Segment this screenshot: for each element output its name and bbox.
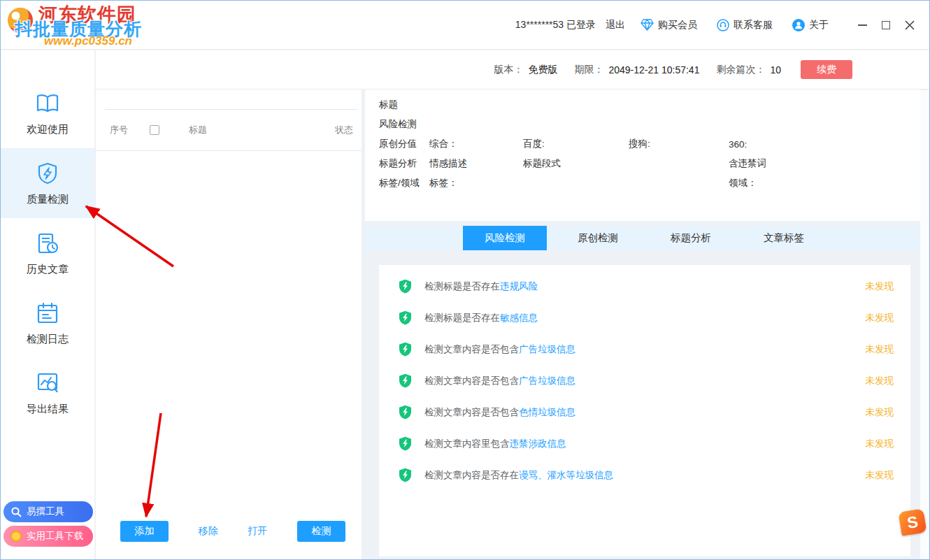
tag-field: 标签： [429, 177, 523, 189]
shield-check-icon [399, 405, 412, 419]
sidebar-item-logs[interactable]: 检测日志 [1, 288, 94, 358]
remove-button[interactable]: 移除 [199, 525, 218, 538]
utility-download-button[interactable]: 实用工具下载 [3, 526, 93, 547]
detect-button[interactable]: 检测 [297, 521, 345, 542]
sidebar-label-welcome: 欢迎使用 [27, 123, 69, 136]
doc-clock-icon [34, 230, 61, 257]
maximize-icon [882, 21, 890, 29]
domain-field: 领域： [729, 177, 921, 189]
sidebar-item-history[interactable]: 历史文章 [1, 218, 94, 288]
add-button[interactable]: 添加 [120, 521, 169, 542]
originality-score-row: 原创分值 综合： 百度: 搜狗: 360: [379, 134, 921, 154]
calendar-icon [34, 300, 61, 326]
remaining-value: 10 [770, 64, 781, 76]
tab-title-analysis[interactable]: 标题分析 [649, 226, 733, 250]
shield-check-icon [399, 342, 412, 357]
article-summary: 标题 风险检测 原创分值 综合： 百度: 搜狗: 360: 标题分析 情感描述 … [365, 89, 921, 221]
check-item: 检测文章内容是否存在谩骂、灌水等垃圾信息 未发现 [379, 459, 910, 491]
check-text: 检测文章内容里包含违禁涉政信息 [424, 438, 566, 450]
select-all-checkbox[interactable] [150, 125, 159, 135]
check-keyword[interactable]: 违禁涉政信息 [510, 438, 566, 449]
analysis-pattern: 标题段式 [523, 157, 629, 170]
check-item: 检测文章内容是否包含广告垃圾信息 未发现 [379, 365, 910, 396]
score-baidu: 百度: [523, 138, 629, 150]
table-header: 序号 标题 状态 [96, 110, 362, 151]
column-title: 标题 [189, 124, 207, 136]
chart-export-icon [34, 370, 61, 396]
check-status: 未发现 [866, 343, 894, 356]
list-actions: 添加 移除 打开 检测 [96, 521, 362, 542]
tab-article-tags[interactable]: 文章标签 [742, 226, 826, 250]
check-status: 未发现 [866, 438, 894, 450]
sidebar: 欢迎使用 质量检测 历史文章 [1, 50, 95, 559]
check-text: 检测标题是否存在违规风险 [424, 280, 538, 293]
maximize-button[interactable] [876, 15, 896, 35]
score-360: 360: [729, 139, 921, 150]
shield-check-icon [399, 436, 412, 451]
remaining-label: 剩余篇次： [716, 64, 765, 76]
check-status: 未发现 [866, 375, 894, 387]
content-area: 序号 标题 状态 添加 移除 打开 检测 标题 风险检测 [96, 89, 929, 559]
account-status: 13*******53 已登录 [515, 19, 596, 31]
check-status: 未发现 [866, 280, 894, 293]
check-item: 检测文章内容是否包含广告垃圾信息 未发现 [379, 333, 910, 365]
article-list-panel: 序号 标题 状态 添加 移除 打开 检测 [96, 89, 362, 559]
risk-check-list: 检测标题是否存在违规风险 未发现 检测标题是否存在敏感信息 未发现 [379, 265, 910, 557]
tab-originality-check[interactable]: 原创检测 [556, 226, 640, 250]
shield-check-icon [399, 310, 412, 325]
sogou-ime-icon[interactable]: S [899, 508, 927, 536]
sidebar-label-history: 历史文章 [27, 263, 69, 276]
version-value: 免费版 [528, 64, 557, 76]
sidebar-item-welcome[interactable]: 欢迎使用 [1, 78, 94, 148]
shield-check-icon [399, 468, 412, 482]
expiry-label: 期限： [574, 64, 603, 76]
main-area: 版本： 免费版 期限： 2049-12-21 10:57:41 剩余篇次： 10… [96, 50, 929, 559]
sidebar-label-logs: 检测日志 [27, 333, 69, 346]
check-keyword[interactable]: 广告垃圾信息 [519, 344, 575, 354]
check-keyword[interactable]: 违规风险 [500, 281, 538, 292]
check-text: 检测文章内容是否包含广告垃圾信息 [424, 375, 575, 387]
minimize-button[interactable] [852, 15, 872, 35]
score-sogou: 搜狗: [629, 138, 729, 150]
open-button[interactable]: 打开 [248, 525, 267, 538]
user-circle-icon [792, 19, 805, 31]
check-keyword[interactable]: 敏感信息 [500, 313, 538, 323]
sidebar-item-quality-check[interactable]: 质量检测 [1, 148, 94, 218]
summary-title-label: 标题 [379, 99, 398, 111]
book-icon [34, 90, 61, 117]
buy-vip-button[interactable]: 购买会员 [641, 19, 697, 31]
check-text: 检测文章内容是否存在谩骂、灌水等垃圾信息 [424, 469, 613, 482]
yizhuan-tools-label: 易撰工具 [27, 505, 64, 518]
about-button[interactable]: 关于 [792, 19, 829, 31]
sidebar-label-export: 导出结果 [27, 403, 69, 416]
check-keyword[interactable]: 谩骂、灌水等垃圾信息 [519, 470, 613, 480]
buy-vip-label: 购买会员 [658, 19, 697, 31]
tag-domain-row: 标签/领域 标签： 领域： [379, 173, 921, 193]
version-label: 版本： [494, 64, 523, 76]
contact-support-button[interactable]: 联系客服 [717, 19, 773, 31]
renew-button[interactable]: 续费 [801, 60, 852, 79]
shield-bolt-icon [34, 160, 61, 187]
tab-risk-check[interactable]: 风险检测 [463, 226, 547, 250]
license-infobar: 版本： 免费版 期限： 2049-12-21 10:57:41 剩余篇次： 10… [96, 50, 929, 89]
check-text: 检测文章内容是否包含广告垃圾信息 [424, 343, 575, 356]
close-icon [905, 20, 915, 30]
check-keyword[interactable]: 广告垃圾信息 [519, 375, 575, 386]
check-status: 未发现 [866, 469, 894, 482]
check-item: 检测标题是否存在敏感信息 未发现 [379, 302, 910, 333]
yizhuan-tools-button[interactable]: 易撰工具 [3, 501, 93, 522]
logout-link[interactable]: 退出 [606, 19, 625, 31]
scrollbar-track[interactable] [920, 90, 929, 559]
about-label: 关于 [809, 19, 829, 31]
diamond-icon [641, 19, 654, 31]
check-text: 检测文章内容是否包含色情垃圾信息 [424, 406, 575, 419]
check-status: 未发现 [866, 312, 894, 324]
score-label: 原创分值 [379, 138, 429, 150]
check-keyword[interactable]: 色情垃圾信息 [519, 407, 575, 417]
summary-risk-label: 风险检测 [379, 118, 417, 131]
title-analysis-row: 标题分析 情感描述 标题段式 含违禁词 [379, 154, 921, 173]
titlebar: 13*******53 已登录 退出 购买会员 联系客服 [1, 1, 929, 50]
close-button[interactable] [900, 15, 920, 35]
analysis-emotion: 情感描述 [429, 157, 523, 170]
sidebar-item-export[interactable]: 导出结果 [1, 358, 94, 428]
